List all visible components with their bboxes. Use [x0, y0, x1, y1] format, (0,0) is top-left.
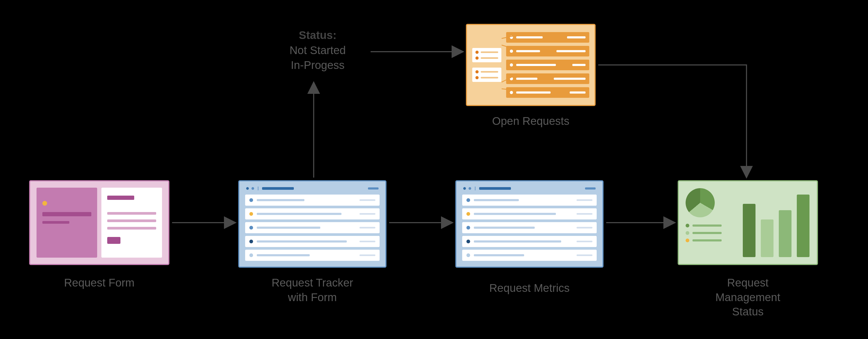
list-row — [245, 208, 380, 220]
row-status-dot-icon — [466, 239, 470, 243]
placeholder-bar — [360, 241, 375, 242]
row-status-dot-icon — [466, 253, 470, 257]
chart-legend — [686, 224, 738, 242]
list-header — [245, 187, 380, 192]
node-request-metrics — [455, 180, 603, 268]
label-request-metrics: Request Metrics — [455, 281, 603, 295]
open-source-group — [472, 48, 501, 62]
placeholder-bar — [360, 227, 375, 228]
legend-dot-icon — [686, 238, 689, 242]
placeholder-bar — [107, 227, 156, 229]
header-separator-icon — [258, 187, 258, 190]
open-source-group — [472, 67, 501, 82]
placeholder-bar — [474, 241, 561, 243]
header-dot-icon — [469, 187, 471, 190]
placeholder-bar — [107, 196, 134, 200]
row-status-dot-icon — [249, 212, 253, 216]
dot-icon — [475, 51, 478, 54]
status-title: Status: — [299, 29, 337, 41]
dot-icon — [510, 91, 513, 94]
row-status-dot-icon — [466, 212, 470, 216]
dot-icon — [475, 76, 478, 79]
placeholder-bar — [570, 91, 586, 93]
placeholder-bar — [577, 227, 592, 228]
placeholder-bar — [516, 50, 540, 52]
open-row — [506, 60, 589, 70]
placeholder-bar — [692, 225, 722, 227]
chart-bar — [797, 195, 809, 257]
open-source-item — [475, 76, 498, 79]
list-row — [245, 236, 380, 247]
dot-icon — [510, 63, 513, 66]
legend-dot-icon — [686, 231, 689, 235]
placeholder-bar — [257, 213, 341, 215]
placeholder-bar — [572, 64, 586, 66]
legend-row — [686, 224, 738, 227]
placeholder-bar — [42, 212, 91, 216]
header-title-bar — [262, 187, 294, 190]
node-request-tracker — [238, 180, 386, 268]
form-preview-left — [36, 188, 97, 258]
list-row — [462, 236, 597, 247]
placeholder-bar — [556, 50, 586, 52]
form-submit-icon — [107, 237, 120, 244]
row-status-dot-icon — [466, 198, 470, 202]
list-row — [462, 208, 597, 220]
placeholder-bar — [257, 199, 304, 201]
form-dot-icon — [42, 201, 47, 206]
list-row — [462, 195, 597, 206]
placeholder-bar — [474, 227, 535, 229]
placeholder-bar — [474, 199, 519, 201]
header-dot-icon — [463, 187, 466, 190]
placeholder-bar — [107, 212, 156, 215]
row-status-dot-icon — [249, 198, 253, 202]
placeholder-bar — [474, 213, 556, 215]
label-request-tracker: Request Tracker with Form — [238, 276, 386, 305]
header-action-bar — [585, 188, 596, 190]
chart-bar — [743, 204, 755, 257]
list-row — [462, 222, 597, 233]
list-row — [245, 222, 380, 233]
header-dot-icon — [246, 187, 249, 190]
header-action-bar — [368, 188, 378, 190]
placeholder-bar — [692, 232, 722, 234]
node-request-form — [29, 180, 169, 265]
list-row — [245, 250, 380, 261]
list-row — [462, 250, 597, 261]
placeholder-bar — [481, 71, 498, 73]
placeholder-bar — [42, 221, 69, 224]
node-open-requests — [466, 24, 596, 106]
open-aggregated-rows — [506, 30, 589, 100]
placeholder-bar — [360, 199, 375, 201]
row-status-dot-icon — [249, 226, 253, 229]
list-row — [245, 195, 380, 206]
row-status-dot-icon — [466, 226, 470, 229]
status-annotation: Status: Not Started In-Progess — [270, 28, 365, 73]
node-management-status — [678, 180, 818, 265]
placeholder-bar — [257, 227, 320, 229]
placeholder-bar — [516, 91, 551, 93]
row-status-dot-icon — [249, 253, 253, 257]
open-row — [506, 74, 589, 84]
placeholder-bar — [516, 78, 537, 80]
open-row — [506, 32, 589, 43]
open-source-item — [475, 56, 498, 60]
pie-chart-icon — [686, 188, 715, 217]
open-row — [506, 46, 589, 56]
row-status-dot-icon — [249, 239, 253, 243]
placeholder-bar — [692, 239, 722, 242]
placeholder-bar — [577, 199, 592, 201]
placeholder-bar — [577, 241, 592, 242]
label-management-status: Request Management Status — [678, 276, 818, 319]
header-title-bar — [479, 187, 511, 190]
open-source-item — [475, 51, 498, 54]
placeholder-bar — [577, 213, 592, 215]
status-line: Not Started — [289, 44, 346, 56]
form-preview-right — [101, 188, 162, 258]
dot-icon — [510, 77, 513, 80]
label-request-form: Request Form — [29, 276, 169, 290]
placeholder-bar — [107, 220, 156, 222]
status-left-col — [686, 188, 738, 257]
placeholder-bar — [516, 36, 542, 38]
list-header — [462, 187, 597, 192]
